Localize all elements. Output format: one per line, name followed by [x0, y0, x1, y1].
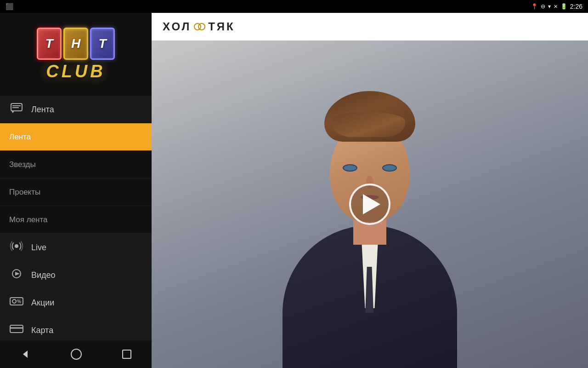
- svg-point-4: [15, 244, 18, 248]
- nav-item-video[interactable]: Видео: [0, 261, 152, 289]
- android-icon: ⬛: [6, 3, 13, 10]
- right-eye: [382, 164, 397, 172]
- nav-label-live: Live: [31, 243, 46, 253]
- logo-area: Т Н Т CLUB: [0, 13, 152, 96]
- submenu-proekty-item[interactable]: Проекты: [0, 178, 152, 206]
- play-button[interactable]: [349, 184, 390, 225]
- show-header: ХОЛ ТЯК: [152, 13, 588, 40]
- play-triangle-icon: [363, 194, 380, 214]
- hair-front-shape: [332, 112, 405, 137]
- status-bar-right: 📍 ⊖ ▾ ✕ 🔋 2:26: [531, 3, 582, 10]
- sidebar: Т Н Т CLUB Лента: [0, 13, 152, 368]
- letter-n: Н: [63, 28, 88, 60]
- recents-square-icon: [122, 350, 131, 359]
- do-not-disturb-icon: ⊖: [541, 3, 545, 10]
- tnt-logo: Т Н Т CLUB: [37, 28, 115, 81]
- submenu-moya-lenta-item[interactable]: Моя лента: [0, 206, 152, 234]
- club-text: CLUB: [46, 62, 106, 81]
- location-icon: 📍: [531, 3, 538, 10]
- nav-label-lenta: Лента: [31, 105, 54, 115]
- nav-item-akcii[interactable]: % Акции: [0, 289, 152, 316]
- video-area[interactable]: [152, 40, 588, 368]
- wifi-icon: ▾: [548, 3, 551, 10]
- svg-marker-3: [11, 111, 14, 113]
- letter-t2: Т: [90, 28, 115, 60]
- nav-item-live[interactable]: Live: [0, 234, 152, 261]
- submenu-zvezdy-item[interactable]: Звезды: [0, 151, 152, 178]
- letter-t1: Т: [37, 28, 62, 60]
- svg-marker-6: [15, 272, 20, 276]
- karta-icon: [9, 324, 24, 337]
- logo-jewels: Т Н Т: [37, 28, 115, 60]
- svg-marker-12: [23, 351, 28, 358]
- left-eye: [343, 164, 357, 172]
- bottom-nav-bar: [0, 340, 152, 368]
- akcii-icon: %: [9, 296, 24, 309]
- submenu-lenta-item[interactable]: Лента: [0, 123, 152, 151]
- ring-right-icon: [198, 23, 205, 30]
- signal-icon: ✕: [554, 4, 558, 10]
- status-bar: ⬛ 📍 ⊖ ▾ ✕ 🔋 2:26: [0, 0, 588, 13]
- svg-point-8: [12, 299, 16, 303]
- status-time: 2:26: [570, 3, 582, 10]
- nav-label-karta: Карта: [31, 326, 53, 335]
- svg-text:%: %: [17, 299, 21, 304]
- svg-rect-10: [10, 325, 23, 333]
- chat-icon: [9, 103, 24, 116]
- nav-label-video: Видео: [31, 270, 56, 280]
- main-container: Т Н Т CLUB Лента: [0, 13, 588, 368]
- status-bar-left: ⬛: [6, 3, 13, 10]
- nav-item-karta[interactable]: Карта: [0, 316, 152, 340]
- recents-button[interactable]: [108, 345, 145, 363]
- video-icon: [9, 269, 24, 282]
- nav-label-akcii: Акции: [31, 298, 54, 308]
- nav-item-lenta[interactable]: Лента: [0, 96, 152, 123]
- submenu-lenta: Лента Звезды Проекты Моя лента: [0, 123, 152, 234]
- home-button[interactable]: [57, 344, 96, 364]
- right-panel: ХОЛ ТЯК: [152, 13, 588, 368]
- show-title: ХОЛ ТЯК: [163, 20, 235, 33]
- nav-section: Лента Лента Звезды Проекты Моя лента: [0, 96, 152, 340]
- home-circle-icon: [71, 349, 82, 360]
- back-button[interactable]: [6, 345, 44, 364]
- live-icon: [9, 241, 24, 254]
- battery-icon: 🔋: [560, 3, 567, 10]
